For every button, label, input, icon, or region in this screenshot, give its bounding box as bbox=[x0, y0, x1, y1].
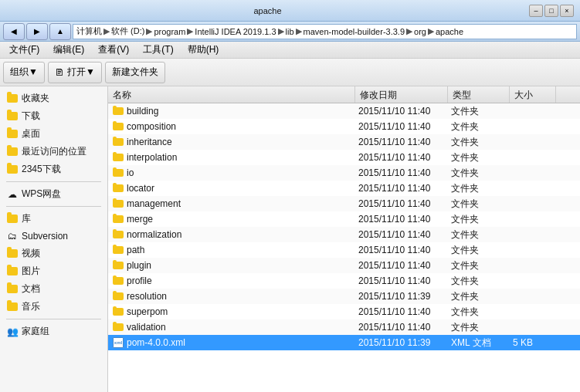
table-row[interactable]: plugin 2015/11/10 11:40 文件夹 bbox=[108, 258, 580, 273]
file-date-col: 2015/11/10 11:40 bbox=[355, 229, 448, 240]
file-name: io bbox=[127, 167, 134, 178]
table-row[interactable]: validation 2015/11/10 11:40 文件夹 bbox=[108, 319, 580, 335]
file-name: building bbox=[127, 106, 158, 117]
file-date-col: 2015/11/10 11:40 bbox=[355, 121, 448, 132]
file-type-col: 文件夹 bbox=[448, 244, 510, 257]
table-row[interactable]: superpom 2015/11/10 11:40 文件夹 bbox=[108, 304, 580, 319]
sidebar-item-recent[interactable]: 最近访问的位置 bbox=[0, 143, 107, 161]
folder-icon bbox=[113, 200, 124, 208]
new-folder-button[interactable]: 新建文件夹 bbox=[105, 62, 165, 83]
file-name-col: composition bbox=[108, 121, 355, 132]
table-row[interactable]: normalization 2015/11/10 11:40 文件夹 bbox=[108, 227, 580, 242]
file-name: resolution bbox=[127, 291, 167, 302]
file-type-col: 文件夹 bbox=[448, 290, 510, 303]
window-controls: – □ × bbox=[529, 5, 574, 17]
table-row[interactable]: io 2015/11/10 11:40 文件夹 bbox=[108, 165, 580, 181]
table-row[interactable]: profile 2015/11/10 11:40 文件夹 bbox=[108, 273, 580, 289]
sidebar-library-label: 库 bbox=[22, 212, 31, 225]
sidebar-item-library[interactable]: 库 bbox=[0, 210, 107, 228]
sidebar-item-wps[interactable]: ☁ WPS网盘 bbox=[0, 185, 107, 203]
folder-icon bbox=[7, 215, 18, 223]
folder-icon bbox=[113, 169, 124, 177]
folder-icon bbox=[113, 231, 124, 238]
path-idea: IntelliJ IDEA 2019.1.3 bbox=[195, 27, 276, 36]
address-path[interactable]: 计算机 ▶ 软件 (D:) ▶ program ▶ IntelliJ IDEA … bbox=[73, 24, 577, 39]
menu-file[interactable]: 文件(F) bbox=[3, 42, 46, 58]
open-button[interactable]: 🖹 打开▼ bbox=[48, 62, 102, 83]
col-header-name[interactable]: 名称 bbox=[108, 86, 355, 103]
folder-icon bbox=[113, 154, 124, 161]
sidebar-item-2345[interactable]: 2345下载 bbox=[0, 161, 107, 178]
file-date-col: 2015/11/10 11:40 bbox=[355, 137, 448, 147]
file-date-col: 2015/11/10 11:39 bbox=[355, 337, 448, 348]
file-name: interpolation bbox=[127, 152, 177, 163]
sidebar-2345-label: 2345下载 bbox=[22, 163, 61, 176]
file-name-col: inheritance bbox=[108, 137, 355, 147]
file-name: superpom bbox=[127, 306, 168, 317]
col-header-type[interactable]: 类型 bbox=[448, 86, 510, 103]
file-date-col: 2015/11/10 11:40 bbox=[355, 152, 448, 163]
new-folder-label: 新建文件夹 bbox=[112, 66, 158, 79]
xml-icon: xml bbox=[113, 337, 124, 348]
sidebar-item-pictures[interactable]: 图片 bbox=[0, 262, 107, 280]
toolbar: 组织▼ 🖹 打开▼ 新建文件夹 bbox=[0, 59, 580, 86]
sidebar-item-music[interactable]: 音乐 bbox=[0, 298, 107, 316]
file-date-col: 2015/11/10 11:39 bbox=[355, 291, 448, 302]
file-name-col: path bbox=[108, 245, 355, 255]
sidebar: 收藏夹 下载 桌面 最近访问的位置 2345下载 ☁ WPS网盘 库 🗂 bbox=[0, 86, 108, 392]
sidebar-item-downloads[interactable]: 下载 bbox=[0, 107, 107, 125]
sidebar-item-homegroup[interactable]: 👥 家庭组 bbox=[0, 323, 107, 340]
file-type-col: 文件夹 bbox=[448, 120, 510, 133]
menu-edit[interactable]: 编辑(E) bbox=[47, 42, 90, 58]
sidebar-item-docs[interactable]: 文档 bbox=[0, 280, 107, 298]
folder-icon bbox=[7, 112, 18, 120]
folder-icon bbox=[7, 94, 18, 103]
file-date-col: 2015/11/10 11:40 bbox=[355, 167, 448, 178]
table-row[interactable]: resolution 2015/11/10 11:39 文件夹 bbox=[108, 289, 580, 304]
table-row[interactable]: inheritance 2015/11/10 11:40 文件夹 bbox=[108, 134, 580, 150]
file-name-col: io bbox=[108, 167, 355, 178]
file-type-col: 文件夹 bbox=[448, 228, 510, 242]
close-button[interactable]: × bbox=[560, 5, 574, 17]
forward-button[interactable]: ▶ bbox=[26, 23, 48, 40]
folder-icon bbox=[7, 302, 18, 311]
folder-icon bbox=[113, 138, 124, 146]
folder-icon bbox=[7, 285, 18, 293]
sidebar-item-video[interactable]: 视频 bbox=[0, 245, 107, 262]
table-row[interactable]: building 2015/11/10 11:40 文件夹 bbox=[108, 103, 580, 119]
path-lib: lib bbox=[286, 27, 294, 36]
path-computer: 计算机 bbox=[76, 25, 102, 37]
file-type-col: 文件夹 bbox=[448, 306, 510, 319]
folder-icon bbox=[113, 262, 124, 269]
table-row[interactable]: management 2015/11/10 11:40 文件夹 bbox=[108, 196, 580, 211]
up-button[interactable]: ▲ bbox=[49, 23, 71, 40]
sidebar-item-favorites[interactable]: 收藏夹 bbox=[0, 90, 107, 107]
menu-tools[interactable]: 工具(T) bbox=[137, 42, 179, 58]
back-button[interactable]: ◀ bbox=[3, 23, 25, 40]
table-row[interactable]: merge 2015/11/10 11:40 文件夹 bbox=[108, 211, 580, 227]
open-label: 🖹 bbox=[55, 67, 64, 78]
sidebar-video-label: 视频 bbox=[22, 247, 40, 260]
file-type-col: 文件夹 bbox=[448, 105, 510, 118]
menu-view[interactable]: 查看(V) bbox=[92, 42, 135, 58]
file-date-col: 2015/11/10 11:40 bbox=[355, 322, 448, 333]
file-date-col: 2015/11/10 11:40 bbox=[355, 214, 448, 225]
table-row[interactable]: composition 2015/11/10 11:40 文件夹 bbox=[108, 119, 580, 134]
sidebar-item-subversion[interactable]: 🗂 Subversion bbox=[0, 228, 107, 245]
col-header-date[interactable]: 修改日期 bbox=[355, 86, 448, 103]
table-row[interactable]: locator 2015/11/10 11:40 文件夹 bbox=[108, 181, 580, 196]
file-name-col: validation bbox=[108, 322, 355, 333]
table-row[interactable]: path 2015/11/10 11:40 文件夹 bbox=[108, 242, 580, 258]
file-date-col: 2015/11/10 11:40 bbox=[355, 183, 448, 194]
col-header-size[interactable]: 大小 bbox=[510, 86, 556, 103]
titlebar: apache – □ × bbox=[0, 0, 580, 22]
file-date-col: 2015/11/10 11:40 bbox=[355, 106, 448, 117]
menu-help[interactable]: 帮助(H) bbox=[181, 42, 226, 58]
sidebar-item-desktop[interactable]: 桌面 bbox=[0, 125, 107, 143]
table-row[interactable]: interpolation 2015/11/10 11:40 文件夹 bbox=[108, 150, 580, 165]
organize-button[interactable]: 组织▼ bbox=[3, 62, 45, 83]
table-row[interactable]: xml pom-4.0.0.xml 2015/11/10 11:39 XML 文… bbox=[108, 335, 580, 350]
file-type-col: 文件夹 bbox=[448, 136, 510, 149]
maximize-button[interactable]: □ bbox=[544, 5, 558, 17]
minimize-button[interactable]: – bbox=[529, 5, 543, 17]
